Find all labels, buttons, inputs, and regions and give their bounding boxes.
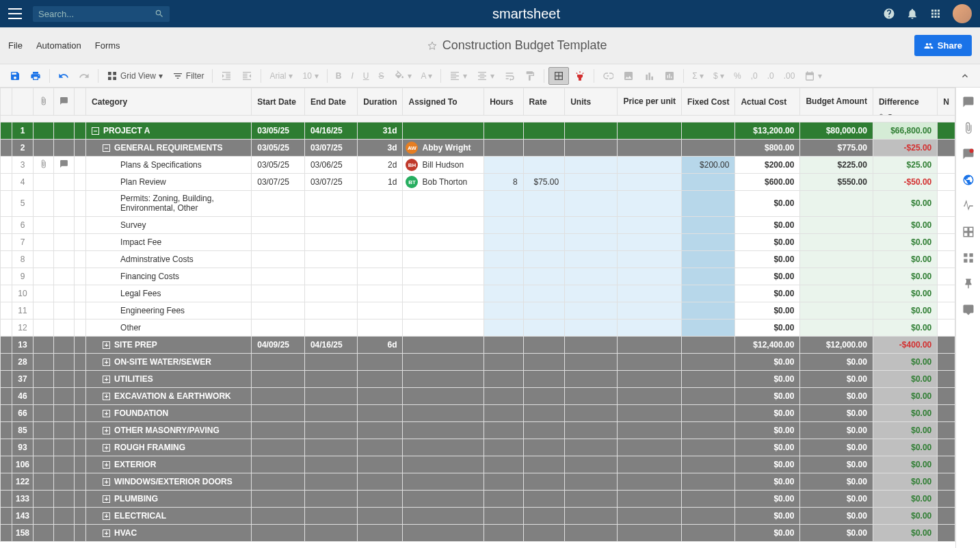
row-proof[interactable]	[75, 140, 86, 157]
cell-actual[interactable]: $12,400.00	[735, 336, 800, 353]
cell-hours[interactable]	[484, 191, 523, 217]
cell-fixed[interactable]	[682, 370, 735, 387]
cell-actual[interactable]: $0.00	[735, 319, 800, 336]
row-handle[interactable]	[1, 473, 12, 490]
cell-duration[interactable]	[358, 421, 403, 439]
decimal-inc-button[interactable]: .00	[780, 68, 799, 83]
contact-chip[interactable]: AWAbby Wright	[403, 140, 484, 155]
cell-actual[interactable]: $0.00	[735, 524, 800, 541]
col-hours[interactable]: Hours	[484, 88, 523, 116]
cell-ppu[interactable]	[618, 421, 682, 439]
row-handle[interactable]	[1, 507, 12, 524]
cell-hours[interactable]	[484, 302, 523, 319]
cell-ppu[interactable]	[618, 174, 682, 191]
search-box[interactable]	[33, 6, 170, 22]
decimal-dec-button[interactable]: .0	[763, 68, 778, 83]
cell-duration[interactable]	[358, 353, 403, 370]
row-handle[interactable]	[1, 336, 12, 353]
cell-diff[interactable]: $0.00	[873, 250, 937, 268]
row-attach[interactable]	[34, 336, 54, 353]
font-size-select[interactable]: 10 ▾	[298, 68, 322, 83]
row-comment[interactable]	[54, 285, 75, 302]
cell-last[interactable]	[938, 353, 955, 370]
cell-category[interactable]: Impact Fee	[86, 233, 252, 250]
row-handle[interactable]	[1, 191, 12, 217]
row-number[interactable]: 66	[12, 404, 34, 421]
cell-start[interactable]	[252, 524, 305, 541]
sheet-title[interactable]: Construction Budget Template	[442, 38, 607, 53]
star-icon[interactable]	[427, 41, 437, 51]
bell-icon[interactable]	[906, 8, 918, 20]
cell-units[interactable]	[565, 473, 618, 490]
cell-duration[interactable]: 1d	[358, 174, 403, 191]
cell-hours[interactable]	[484, 370, 523, 387]
cell-rate[interactable]	[523, 233, 565, 250]
cell-budget[interactable]	[800, 216, 873, 233]
cell-ppu[interactable]	[618, 122, 682, 140]
row-attach[interactable]	[34, 174, 54, 191]
cell-fixed[interactable]	[682, 439, 735, 456]
rail-workapp-icon[interactable]	[962, 304, 975, 316]
row-comment[interactable]	[54, 191, 75, 217]
cell-units[interactable]	[565, 456, 618, 473]
cell-duration[interactable]: 31d	[358, 122, 403, 140]
cell-budget[interactable]: $80,000.00	[800, 122, 873, 140]
print-button[interactable]	[26, 68, 45, 84]
row-attach[interactable]	[34, 370, 54, 387]
cell-actual[interactable]: $13,200.00	[735, 122, 800, 140]
cell-units[interactable]	[565, 490, 618, 507]
cell-assigned[interactable]	[403, 370, 484, 387]
cell-hours[interactable]	[484, 456, 523, 473]
cell-category[interactable]: Permits: Zoning, Building, Environmental…	[86, 191, 252, 217]
row-number[interactable]: 6	[12, 216, 34, 233]
cell-end[interactable]	[304, 387, 357, 404]
cell-duration[interactable]	[358, 490, 403, 507]
col-fixed[interactable]: Fixed Cost	[682, 88, 735, 116]
cell-start[interactable]: 03/05/25	[252, 157, 305, 174]
cell-category[interactable]: −PROJECT A	[86, 122, 252, 140]
cell-category[interactable]: +EXCAVATION & EARTHWORK	[86, 387, 252, 404]
cell-budget[interactable]	[800, 250, 873, 268]
cell-hours[interactable]	[484, 233, 523, 250]
cell-category[interactable]: Plan Review	[86, 174, 252, 191]
row-proof[interactable]	[75, 439, 86, 456]
cell-assigned[interactable]	[403, 122, 484, 140]
link-button[interactable]	[598, 68, 618, 84]
row-handle[interactable]	[1, 157, 12, 174]
cell-start[interactable]	[252, 387, 305, 404]
row-attach[interactable]	[34, 216, 54, 233]
row-proof[interactable]	[75, 191, 86, 217]
cell-rate[interactable]	[523, 140, 565, 157]
cell-hours[interactable]	[484, 421, 523, 439]
row-proof[interactable]	[75, 524, 86, 541]
cell-assigned[interactable]	[403, 387, 484, 404]
cell-assigned[interactable]	[403, 250, 484, 268]
cell-category[interactable]: Survey	[86, 216, 252, 233]
row-handle[interactable]	[1, 404, 12, 421]
cell-diff[interactable]: $0.00	[873, 421, 937, 439]
cell-last[interactable]	[938, 456, 955, 473]
row-number[interactable]: 122	[12, 473, 34, 490]
row-comment[interactable]	[54, 319, 75, 336]
cell-assigned[interactable]	[403, 439, 484, 456]
row-attach[interactable]	[34, 456, 54, 473]
proof-col-header[interactable]	[75, 88, 86, 116]
row-number[interactable]: 13	[12, 336, 34, 353]
italic-button[interactable]: I	[347, 68, 358, 83]
contact-chip[interactable]: BTBob Thorton	[403, 174, 484, 190]
row-handle[interactable]	[1, 250, 12, 268]
cell-rate[interactable]	[523, 157, 565, 174]
cell-category[interactable]: +OTHER MASONRY/PAVING	[86, 421, 252, 439]
cell-category[interactable]: +ON-SITE WATER/SEWER	[86, 353, 252, 370]
attach-col-header[interactable]	[34, 88, 54, 116]
cell-ppu[interactable]	[618, 473, 682, 490]
cell-start[interactable]: 03/05/25	[252, 122, 305, 140]
cell-category[interactable]: +ROUGH FRAMING	[86, 439, 252, 456]
cell-budget[interactable]: $0.00	[800, 490, 873, 507]
cell-end[interactable]	[304, 302, 357, 319]
cell-diff[interactable]: $0.00	[873, 353, 937, 370]
cell-ppu[interactable]	[618, 191, 682, 217]
cell-units[interactable]	[565, 174, 618, 191]
cell-actual[interactable]: $0.00	[735, 250, 800, 268]
row-proof[interactable]	[75, 370, 86, 387]
